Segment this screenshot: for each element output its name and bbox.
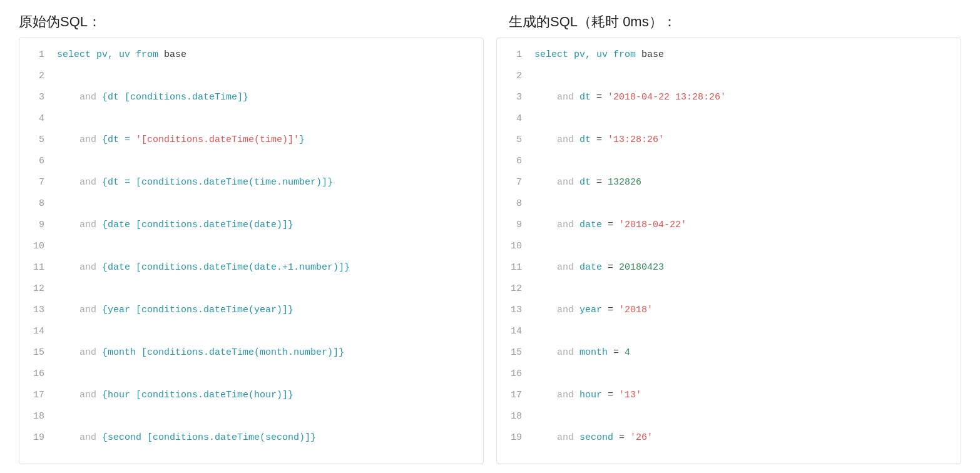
line-content: and month = 4 — [534, 342, 961, 364]
right-code-area: 1select pv, uv from base23 and dt = '201… — [497, 38, 961, 464]
code-line: 6 — [497, 151, 961, 172]
line-content: and date = 20180423 — [534, 257, 961, 278]
code-line: 5 and {dt = '[conditions.dateTime(time)]… — [19, 130, 483, 151]
code-line: 8 — [19, 193, 483, 215]
code-line: 14 — [497, 321, 961, 342]
line-content: and second = '26' — [534, 427, 961, 449]
line-number: 15 — [497, 342, 534, 364]
code-line: 2 — [19, 66, 483, 87]
line-number: 9 — [19, 215, 57, 236]
code-line: 5 and dt = '13:28:26' — [497, 130, 961, 151]
code-line: 2 — [497, 66, 961, 87]
line-content: and dt = 132826 — [534, 172, 961, 193]
line-number: 3 — [497, 87, 534, 108]
code-line: 8 — [497, 193, 961, 215]
line-number: 14 — [19, 321, 57, 342]
line-number: 12 — [19, 278, 57, 300]
code-line: 15 and {month [conditions.dateTime(month… — [19, 342, 483, 364]
line-number: 13 — [19, 300, 57, 321]
code-line: 16 — [497, 364, 961, 385]
code-line: 18 — [19, 406, 483, 427]
code-line: 12 — [19, 278, 483, 300]
line-number: 19 — [497, 427, 534, 449]
line-number: 14 — [497, 321, 534, 342]
line-number: 5 — [497, 130, 534, 151]
line-content: and date = '2018-04-22' — [534, 215, 961, 236]
line-content: and {hour [conditions.dateTime(hour)]} — [57, 385, 483, 406]
line-number: 16 — [497, 364, 534, 385]
code-line: 9 and date = '2018-04-22' — [497, 215, 961, 236]
left-panel-title: 原始伪SQL： — [19, 13, 490, 31]
line-content: select pv, uv from base — [534, 44, 961, 66]
code-line: 11 and date = 20180423 — [497, 257, 961, 278]
code-line: 3 and {dt [conditions.dateTime]} — [19, 87, 483, 108]
line-number: 9 — [497, 215, 534, 236]
code-line: 14 — [19, 321, 483, 342]
line-content: and dt = '2018-04-22 13:28:26' — [534, 87, 961, 108]
line-number: 13 — [497, 300, 534, 321]
code-line: 16 — [19, 364, 483, 385]
line-number: 2 — [497, 66, 534, 87]
code-line: 3 and dt = '2018-04-22 13:28:26' — [497, 87, 961, 108]
code-line: 7 and {dt = [conditions.dateTime(time.nu… — [19, 172, 483, 193]
top-labels: 原始伪SQL： 生成的SQL（耗时 0ms）： — [0, 13, 980, 31]
line-number: 4 — [19, 108, 57, 130]
line-number: 16 — [19, 364, 57, 385]
line-number: 18 — [497, 406, 534, 427]
code-line: 10 — [497, 236, 961, 257]
code-line: 4 — [19, 108, 483, 130]
code-line: 12 — [497, 278, 961, 300]
code-line: 19 and {second [conditions.dateTime(seco… — [19, 427, 483, 449]
code-line: 15 and month = 4 — [497, 342, 961, 364]
line-content: and {month [conditions.dateTime(month.nu… — [57, 342, 483, 364]
line-number: 7 — [19, 172, 57, 193]
line-number: 5 — [19, 130, 57, 151]
left-code-area: 1select pv, uv from base23 and {dt [cond… — [19, 38, 483, 464]
code-line: 17 and {hour [conditions.dateTime(hour)]… — [19, 385, 483, 406]
code-line: 1select pv, uv from base — [19, 44, 483, 66]
code-line: 4 — [497, 108, 961, 130]
line-number: 17 — [497, 385, 534, 406]
line-number: 11 — [19, 257, 57, 278]
line-content: and {date [conditions.dateTime(date)]} — [57, 215, 483, 236]
line-number: 8 — [497, 193, 534, 215]
line-number: 2 — [19, 66, 57, 87]
line-number: 19 — [19, 427, 57, 449]
code-line: 18 — [497, 406, 961, 427]
line-content: and {second [conditions.dateTime(second)… — [57, 427, 483, 449]
line-number: 17 — [19, 385, 57, 406]
code-line: 19 and second = '26' — [497, 427, 961, 449]
line-content: and dt = '13:28:26' — [534, 130, 961, 151]
line-number: 6 — [497, 151, 534, 172]
line-number: 10 — [497, 236, 534, 257]
right-panel-title: 生成的SQL（耗时 0ms）： — [490, 13, 961, 31]
line-number: 11 — [497, 257, 534, 278]
line-content: and year = '2018' — [534, 300, 961, 321]
line-content: and {date [conditions.dateTime(date.+1.n… — [57, 257, 483, 278]
line-number: 12 — [497, 278, 534, 300]
code-line: 10 — [19, 236, 483, 257]
panels: 1select pv, uv from base23 and {dt [cond… — [0, 38, 980, 464]
right-panel: 1select pv, uv from base23 and dt = '201… — [496, 38, 961, 464]
line-number: 7 — [497, 172, 534, 193]
line-content: select pv, uv from base — [57, 44, 483, 66]
line-number: 6 — [19, 151, 57, 172]
page: 原始伪SQL： 生成的SQL（耗时 0ms）： 1select pv, uv f… — [0, 0, 980, 473]
code-line: 1select pv, uv from base — [497, 44, 961, 66]
code-line: 6 — [19, 151, 483, 172]
code-line: 17 and hour = '13' — [497, 385, 961, 406]
code-line: 13 and {year [conditions.dateTime(year)]… — [19, 300, 483, 321]
line-content: and {year [conditions.dateTime(year)]} — [57, 300, 483, 321]
line-content: and hour = '13' — [534, 385, 961, 406]
code-line: 11 and {date [conditions.dateTime(date.+… — [19, 257, 483, 278]
code-line: 9 and {date [conditions.dateTime(date)]} — [19, 215, 483, 236]
line-number: 4 — [497, 108, 534, 130]
line-number: 1 — [497, 44, 534, 66]
line-number: 15 — [19, 342, 57, 364]
line-content: and {dt = '[conditions.dateTime(time)]'} — [57, 130, 483, 151]
left-panel: 1select pv, uv from base23 and {dt [cond… — [19, 38, 484, 464]
code-line: 7 and dt = 132826 — [497, 172, 961, 193]
line-content: and {dt = [conditions.dateTime(time.numb… — [57, 172, 483, 193]
line-content: and {dt [conditions.dateTime]} — [57, 87, 483, 108]
line-number: 18 — [19, 406, 57, 427]
